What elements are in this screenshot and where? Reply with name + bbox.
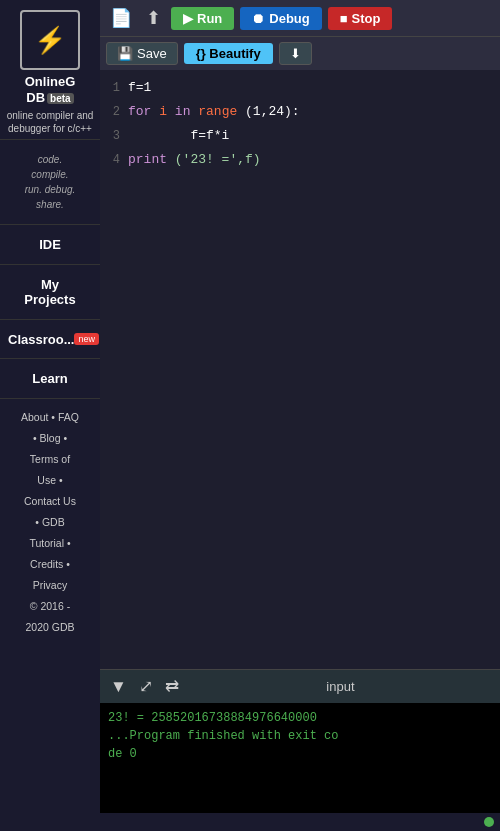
brand-name: OnlineGDBbeta <box>25 74 76 105</box>
toolbar-top: 📄 ⬆ ▶ Run ⏺ Debug ■ Stop <box>100 0 500 36</box>
sidebar: ⚡ OnlineGDBbeta online compiler and debu… <box>0 0 100 831</box>
download-icon: ⬇ <box>290 46 301 61</box>
output-bar: ▼ ⤢ ⇄ input <box>100 669 500 703</box>
output-terminal[interactable]: 23! = 25852016738884976640000...Program … <box>100 703 500 813</box>
output-collapse-button[interactable]: ▼ <box>108 675 129 699</box>
sidebar-links: About • FAQ • Blog • Terms ofUse • Conta… <box>17 403 83 642</box>
faq-link[interactable]: FAQ <box>58 411 79 423</box>
code-line: 3 f=f*i <box>100 124 500 148</box>
save-icon: 💾 <box>117 46 133 61</box>
new-file-button[interactable]: 📄 <box>106 7 136 29</box>
divider-1 <box>0 139 100 140</box>
stop-icon: ■ <box>340 11 348 26</box>
code-line: 1f=1 <box>100 76 500 100</box>
run-label: Run <box>197 11 222 26</box>
beautify-button[interactable]: {} Beautify <box>184 43 273 64</box>
logo-box: ⚡ <box>20 10 80 70</box>
code-line: 2for i in range (1,24): <box>100 100 500 124</box>
about-link[interactable]: About <box>21 411 48 423</box>
new-badge: new <box>74 333 99 345</box>
classroom-row[interactable]: Classroo... new ‹ <box>0 324 100 354</box>
status-dot <box>484 817 494 827</box>
line-number: 3 <box>100 126 128 146</box>
brand-desc: online compiler and debugger for c/c++ <box>4 109 96 135</box>
stop-button[interactable]: ■ Stop <box>328 7 393 30</box>
divider-5 <box>0 358 100 359</box>
copyright: © 2016 -2020 GDB <box>25 600 74 633</box>
status-bar <box>100 813 500 831</box>
run-button[interactable]: ▶ Run <box>171 7 234 30</box>
toolbar-bottom: 💾 Save {} Beautify ⬇ <box>100 36 500 70</box>
debug-icon: ⏺ <box>252 11 265 26</box>
input-label: input <box>326 679 354 694</box>
upload-button[interactable]: ⬆ <box>142 7 165 29</box>
slogan: code.compile.run. debug.share. <box>25 152 76 212</box>
output-line: de 0 <box>108 745 492 763</box>
terms-link[interactable]: Terms ofUse <box>30 453 70 486</box>
ide-button[interactable]: IDE <box>0 229 100 260</box>
play-icon: ▶ <box>183 11 193 26</box>
line-content: f=f*i <box>128 125 229 147</box>
learn-button[interactable]: Learn <box>0 363 100 394</box>
line-number: 2 <box>100 102 128 122</box>
credits-link[interactable]: Credits <box>30 558 63 570</box>
download-button[interactable]: ⬇ <box>279 42 312 65</box>
beta-badge: beta <box>47 93 74 104</box>
divider-4 <box>0 319 100 320</box>
contact-us-link[interactable]: Contact Us <box>24 495 76 507</box>
debug-label: Debug <box>269 11 309 26</box>
privacy-link[interactable]: Privacy <box>33 579 67 591</box>
divider-3 <box>0 264 100 265</box>
line-number: 1 <box>100 78 128 98</box>
output-line: 23! = 25852016738884976640000 <box>108 709 492 727</box>
gdb-tutorial-link[interactable]: GDBTutorial <box>29 516 64 549</box>
line-content: f=1 <box>128 77 151 99</box>
save-label: Save <box>137 46 167 61</box>
output-extra-button[interactable]: ⇄ <box>163 674 181 699</box>
debug-button[interactable]: ⏺ Debug <box>240 7 321 30</box>
blog-link[interactable]: Blog <box>39 432 60 444</box>
code-editor[interactable]: 1f=12for i in range (1,24):3 f=f*i4print… <box>100 70 500 669</box>
my-projects-button[interactable]: MyProjects <box>0 269 100 315</box>
line-content: print ('23! =',f) <box>128 149 261 171</box>
stop-label: Stop <box>352 11 381 26</box>
lightning-icon: ⚡ <box>34 25 66 56</box>
classroom-label: Classroo... <box>8 332 74 347</box>
code-line: 4print ('23! =',f) <box>100 148 500 172</box>
line-number: 4 <box>100 150 128 170</box>
save-button[interactable]: 💾 Save <box>106 42 178 65</box>
divider-6 <box>0 398 100 399</box>
main-area: 📄 ⬆ ▶ Run ⏺ Debug ■ Stop 💾 Save {} Beaut… <box>100 0 500 831</box>
line-content: for i in range (1,24): <box>128 101 300 123</box>
output-expand-button[interactable]: ⤢ <box>137 674 155 699</box>
divider-2 <box>0 224 100 225</box>
output-line: ...Program finished with exit co <box>108 727 492 745</box>
